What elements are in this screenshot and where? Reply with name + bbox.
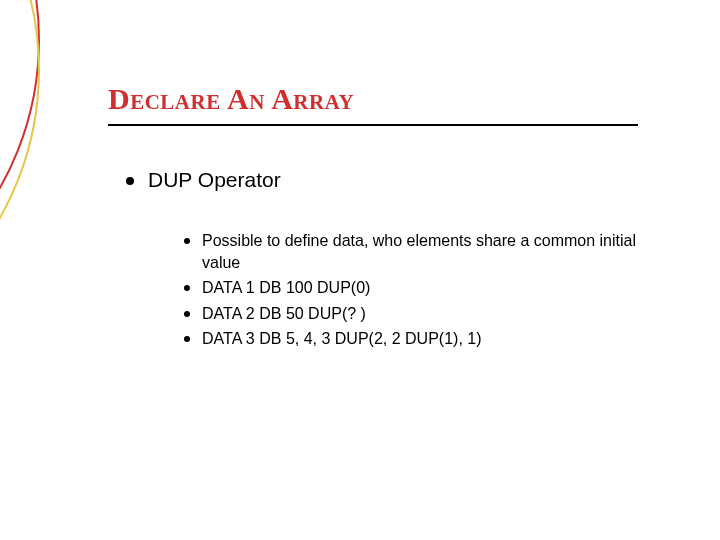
title-underline bbox=[108, 124, 638, 126]
bullet-dot-icon bbox=[184, 311, 190, 317]
bullet-dot-icon bbox=[184, 238, 190, 244]
list-item: Possible to define data, who elements sh… bbox=[184, 230, 654, 273]
list-item: DATA 1 DB 100 DUP(0) bbox=[184, 277, 654, 299]
bullet-dot-icon bbox=[184, 285, 190, 291]
list-item: DATA 3 DB 5, 4, 3 DUP(2, 2 DUP(1), 1) bbox=[184, 328, 654, 350]
decor-arc-yellow-top bbox=[0, 0, 40, 370]
slide: Declare An Array DUP Operator Possible t… bbox=[0, 0, 720, 540]
list-item-text: DATA 1 DB 100 DUP(0) bbox=[202, 277, 370, 299]
decor-arc-yellow-bottom bbox=[680, 470, 720, 540]
bullet-dot-icon bbox=[126, 177, 134, 185]
list-item: DATA 2 DB 50 DUP(? ) bbox=[184, 303, 654, 325]
decor-arc-red-bottom bbox=[680, 500, 720, 540]
bullet-level2-list: Possible to define data, who elements sh… bbox=[184, 230, 654, 354]
list-item-text: DATA 3 DB 5, 4, 3 DUP(2, 2 DUP(1), 1) bbox=[202, 328, 482, 350]
bullet-level1-text: DUP Operator bbox=[148, 168, 281, 192]
list-item-text: Possible to define data, who elements sh… bbox=[202, 230, 654, 273]
slide-title: Declare An Array bbox=[108, 82, 354, 116]
list-item-text: DATA 2 DB 50 DUP(? ) bbox=[202, 303, 366, 325]
bullet-dot-icon bbox=[184, 336, 190, 342]
bullet-level1: DUP Operator bbox=[126, 168, 281, 192]
